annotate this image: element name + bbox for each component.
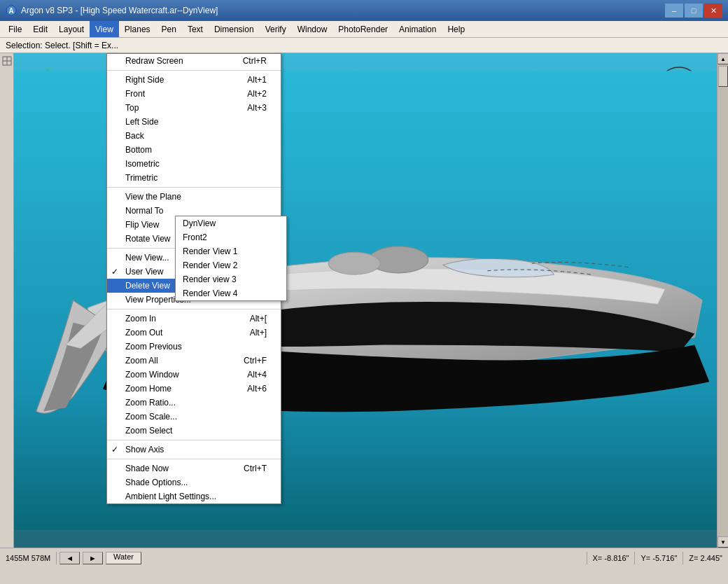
z-coord-text: Z= 2.445" xyxy=(689,554,722,562)
maximize-button[interactable]: □ xyxy=(685,4,703,18)
x-coord-text: X= -8.816" xyxy=(593,554,629,562)
menu-item-verify[interactable]: Verify xyxy=(260,21,292,37)
toolbar-icon-1 xyxy=(2,56,12,66)
y-coord-text: Y= -5.716" xyxy=(640,554,677,562)
submenu-render-view-3[interactable]: Render view 3 xyxy=(176,272,286,286)
menu-right-side[interactable]: Right Side Alt+1 xyxy=(107,73,281,87)
menu-zoom-all[interactable]: Zoom All Ctrl+F xyxy=(107,354,281,368)
menu-item-view[interactable]: View xyxy=(90,21,119,37)
scrollbar-right[interactable]: ▲ ▼ xyxy=(717,53,728,548)
submenu-render-view-1[interactable]: Render View 1 xyxy=(176,244,286,258)
status-bar-top: Selection: Select. [Shift = Ex... xyxy=(0,38,728,53)
scroll-thumb-right[interactable] xyxy=(718,66,728,87)
title-text: Argon v8 SP3 - [High Speed Watercraft.ar… xyxy=(21,6,218,15)
layer-tab-water[interactable]: Water xyxy=(106,552,141,564)
scroll-track-right[interactable] xyxy=(718,64,728,536)
submenu-front2[interactable]: Front2 xyxy=(176,230,286,244)
svg-text:A: A xyxy=(8,7,13,15)
coord-x: X= -8.816" xyxy=(590,554,632,562)
menu-show-axis[interactable]: ✓ Show Axis xyxy=(107,443,281,457)
check-icon: ✓ xyxy=(111,267,118,277)
separator-4 xyxy=(107,309,281,310)
title-bar: A Argon v8 SP3 - [High Speed Watercraft.… xyxy=(0,0,728,21)
close-button[interactable]: ✕ xyxy=(704,4,722,18)
menu-zoom-scale[interactable]: Zoom Scale... xyxy=(107,410,281,424)
menu-bottom[interactable]: Bottom xyxy=(107,143,281,157)
coord-z: Z= 2.445" xyxy=(686,554,725,562)
scroll-down-button[interactable]: ▼ xyxy=(718,536,728,548)
menu-shade-now[interactable]: Shade Now Ctrl+T xyxy=(107,461,281,475)
window-controls: – □ ✕ xyxy=(665,4,722,18)
menu-zoom-ratio[interactable]: Zoom Ratio... xyxy=(107,396,281,410)
menu-item-edit[interactable]: Edit xyxy=(27,21,53,37)
left-toolbar xyxy=(0,53,14,548)
menu-back[interactable]: Back xyxy=(107,129,281,143)
delete-view-submenu: DynView Front2 Render View 1 Render View… xyxy=(175,216,287,301)
menu-zoom-window[interactable]: Zoom Window Alt+4 xyxy=(107,368,281,382)
status-divider-2 xyxy=(587,552,587,564)
menu-isometric[interactable]: Isometric xyxy=(107,157,281,171)
next-tab-button[interactable]: ► xyxy=(83,552,103,564)
menu-redraw-screen[interactable]: Redraw Screen Ctrl+R xyxy=(107,54,281,68)
submenu-dynview[interactable]: DynView xyxy=(176,216,286,230)
memory-status: 1455M 578M xyxy=(3,554,53,562)
menu-item-photorender[interactable]: PhotoRender xyxy=(332,21,393,37)
menu-item-help[interactable]: Help xyxy=(442,21,470,37)
menu-front[interactable]: Front Alt+2 xyxy=(107,87,281,101)
menu-zoom-in[interactable]: Zoom In Alt+[ xyxy=(107,312,281,326)
memory-text: 1455M 578M xyxy=(6,554,50,562)
menu-zoom-home[interactable]: Zoom Home Alt+6 xyxy=(107,382,281,396)
separator-2 xyxy=(107,187,281,188)
menu-item-planes[interactable]: Planes xyxy=(119,21,156,37)
checked-icon: ✓ xyxy=(111,445,118,454)
menu-zoom-previous[interactable]: Zoom Previous xyxy=(107,340,281,354)
menu-item-layout[interactable]: Layout xyxy=(53,21,90,37)
menu-bar: File Edit Layout View Planes Pen Text Di… xyxy=(0,21,728,38)
menu-zoom-out[interactable]: Zoom Out Alt+] xyxy=(107,326,281,340)
menu-top[interactable]: Top Alt+3 xyxy=(107,101,281,115)
coord-y: Y= -5.716" xyxy=(638,554,680,562)
menu-ambient-light[interactable]: Ambient Light Settings... xyxy=(107,489,281,503)
minimize-button[interactable]: – xyxy=(665,4,683,18)
submenu-render-view-4[interactable]: Render View 4 xyxy=(176,286,286,300)
menu-view-the-plane[interactable]: View the Plane xyxy=(107,190,281,204)
menu-item-animation[interactable]: Animation xyxy=(393,21,442,37)
status-divider-4 xyxy=(682,552,683,564)
submenu-render-view-2[interactable]: Render View 2 xyxy=(176,258,286,272)
menu-item-pen[interactable]: Pen xyxy=(156,21,182,37)
menu-zoom-select[interactable]: Zoom Select xyxy=(107,424,281,438)
svg-point-23 xyxy=(328,252,380,274)
menu-item-text[interactable]: Text xyxy=(182,21,209,37)
separator-1 xyxy=(107,70,281,71)
status-divider-1 xyxy=(56,552,57,564)
scroll-up-button[interactable]: ▲ xyxy=(718,53,728,64)
menu-shade-options[interactable]: Shade Options... xyxy=(107,475,281,489)
menu-item-window[interactable]: Window xyxy=(292,21,333,37)
menu-left-side[interactable]: Left Side xyxy=(107,115,281,129)
separator-5 xyxy=(107,440,281,440)
separator-6 xyxy=(107,459,281,459)
menu-item-file[interactable]: File xyxy=(3,21,27,37)
menu-trimetric[interactable]: Trimetric xyxy=(107,171,281,185)
status-divider-3 xyxy=(634,552,635,564)
menu-item-dimension[interactable]: Dimension xyxy=(209,21,260,37)
prev-tab-button[interactable]: ◄ xyxy=(59,552,80,564)
app-icon: A xyxy=(6,5,17,16)
status-bar-bottom: 1455M 578M ◄ ► Water X= -8.816" Y= -5.71… xyxy=(0,548,728,567)
status-text: Selection: Select. [Shift = Ex... xyxy=(6,41,118,50)
